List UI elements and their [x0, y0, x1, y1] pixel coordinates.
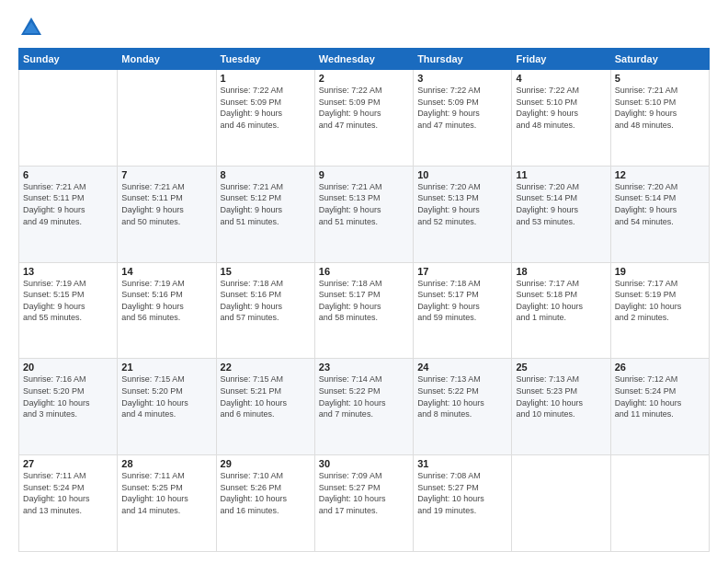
day-number: 29 — [221, 458, 311, 469]
column-header-saturday: Saturday — [610, 49, 709, 70]
day-info: Sunrise: 7:20 AM Sunset: 5:14 PM Dayligh… — [516, 181, 606, 227]
day-number: 21 — [121, 362, 211, 373]
calendar-cell: 7Sunrise: 7:21 AM Sunset: 5:11 PM Daylig… — [118, 166, 216, 262]
day-info: Sunrise: 7:18 AM Sunset: 5:17 PM Dayligh… — [417, 278, 507, 324]
day-info: Sunrise: 7:10 AM Sunset: 5:26 PM Dayligh… — [221, 470, 311, 516]
calendar-cell — [610, 455, 709, 552]
logo — [18, 15, 48, 40]
calendar-body: 1Sunrise: 7:22 AM Sunset: 5:09 PM Daylig… — [19, 70, 710, 552]
day-info: Sunrise: 7:15 AM Sunset: 5:20 PM Dayligh… — [121, 373, 211, 419]
day-number: 12 — [615, 169, 705, 180]
calendar-cell: 31Sunrise: 7:08 AM Sunset: 5:27 PM Dayli… — [414, 455, 512, 552]
day-info: Sunrise: 7:21 AM Sunset: 5:12 PM Dayligh… — [221, 181, 311, 227]
calendar-cell: 14Sunrise: 7:19 AM Sunset: 5:16 PM Dayli… — [118, 262, 216, 359]
calendar-cell: 4Sunrise: 7:22 AM Sunset: 5:10 PM Daylig… — [512, 70, 610, 167]
day-number: 1 — [221, 73, 311, 84]
day-number: 28 — [121, 458, 211, 469]
column-header-tuesday: Tuesday — [216, 49, 314, 70]
day-number: 4 — [516, 73, 606, 84]
calendar-cell: 16Sunrise: 7:18 AM Sunset: 5:17 PM Dayli… — [314, 262, 413, 359]
day-number: 8 — [221, 169, 311, 180]
logo-icon — [18, 15, 44, 40]
day-number: 10 — [417, 169, 507, 180]
day-info: Sunrise: 7:22 AM Sunset: 5:09 PM Dayligh… — [417, 85, 507, 131]
day-number: 17 — [417, 266, 507, 277]
day-info: Sunrise: 7:21 AM Sunset: 5:11 PM Dayligh… — [23, 181, 113, 227]
day-info: Sunrise: 7:21 AM Sunset: 5:10 PM Dayligh… — [615, 85, 705, 131]
week-row-1: 1Sunrise: 7:22 AM Sunset: 5:09 PM Daylig… — [19, 70, 710, 167]
calendar-cell: 2Sunrise: 7:22 AM Sunset: 5:09 PM Daylig… — [314, 70, 413, 167]
calendar-cell: 25Sunrise: 7:13 AM Sunset: 5:23 PM Dayli… — [512, 359, 610, 455]
week-row-4: 20Sunrise: 7:16 AM Sunset: 5:20 PM Dayli… — [19, 359, 710, 455]
calendar-cell: 21Sunrise: 7:15 AM Sunset: 5:20 PM Dayli… — [118, 359, 216, 455]
day-number: 31 — [417, 458, 507, 469]
day-number: 15 — [221, 266, 311, 277]
calendar-cell: 3Sunrise: 7:22 AM Sunset: 5:09 PM Daylig… — [414, 70, 512, 167]
week-row-5: 27Sunrise: 7:11 AM Sunset: 5:24 PM Dayli… — [19, 455, 710, 552]
calendar-cell: 13Sunrise: 7:19 AM Sunset: 5:15 PM Dayli… — [19, 262, 118, 359]
calendar-cell: 28Sunrise: 7:11 AM Sunset: 5:25 PM Dayli… — [118, 455, 216, 552]
day-info: Sunrise: 7:20 AM Sunset: 5:14 PM Dayligh… — [615, 181, 705, 227]
day-number: 11 — [516, 169, 606, 180]
page: SundayMondayTuesdayWednesdayThursdayFrid… — [0, 0, 728, 563]
day-number: 26 — [615, 362, 705, 373]
calendar-cell: 10Sunrise: 7:20 AM Sunset: 5:13 PM Dayli… — [414, 166, 512, 262]
day-number: 24 — [417, 362, 507, 373]
day-info: Sunrise: 7:13 AM Sunset: 5:22 PM Dayligh… — [417, 373, 507, 419]
day-info: Sunrise: 7:09 AM Sunset: 5:27 PM Dayligh… — [319, 470, 409, 516]
calendar-cell: 27Sunrise: 7:11 AM Sunset: 5:24 PM Dayli… — [19, 455, 118, 552]
day-number: 6 — [23, 169, 113, 180]
day-info: Sunrise: 7:16 AM Sunset: 5:20 PM Dayligh… — [23, 373, 113, 419]
calendar-cell: 18Sunrise: 7:17 AM Sunset: 5:18 PM Dayli… — [512, 262, 610, 359]
column-header-friday: Friday — [512, 49, 610, 70]
day-info: Sunrise: 7:18 AM Sunset: 5:16 PM Dayligh… — [221, 278, 311, 324]
day-number: 30 — [319, 458, 409, 469]
column-header-monday: Monday — [118, 49, 216, 70]
day-info: Sunrise: 7:17 AM Sunset: 5:19 PM Dayligh… — [615, 278, 705, 324]
day-number: 5 — [615, 73, 705, 84]
day-number: 23 — [319, 362, 409, 373]
header — [18, 15, 710, 40]
header-row: SundayMondayTuesdayWednesdayThursdayFrid… — [19, 49, 710, 70]
day-number: 20 — [23, 362, 113, 373]
day-info: Sunrise: 7:21 AM Sunset: 5:13 PM Dayligh… — [319, 181, 409, 227]
day-number: 2 — [319, 73, 409, 84]
day-info: Sunrise: 7:14 AM Sunset: 5:22 PM Dayligh… — [319, 373, 409, 419]
week-row-2: 6Sunrise: 7:21 AM Sunset: 5:11 PM Daylig… — [19, 166, 710, 262]
day-number: 25 — [516, 362, 606, 373]
day-info: Sunrise: 7:12 AM Sunset: 5:24 PM Dayligh… — [615, 373, 705, 419]
day-number: 18 — [516, 266, 606, 277]
calendar-cell: 29Sunrise: 7:10 AM Sunset: 5:26 PM Dayli… — [216, 455, 314, 552]
day-number: 19 — [615, 266, 705, 277]
day-number: 7 — [121, 169, 211, 180]
day-number: 13 — [23, 266, 113, 277]
day-info: Sunrise: 7:11 AM Sunset: 5:25 PM Dayligh… — [121, 470, 211, 516]
calendar-cell: 17Sunrise: 7:18 AM Sunset: 5:17 PM Dayli… — [414, 262, 512, 359]
day-info: Sunrise: 7:21 AM Sunset: 5:11 PM Dayligh… — [121, 181, 211, 227]
day-info: Sunrise: 7:22 AM Sunset: 5:10 PM Dayligh… — [516, 85, 606, 131]
week-row-3: 13Sunrise: 7:19 AM Sunset: 5:15 PM Dayli… — [19, 262, 710, 359]
day-info: Sunrise: 7:13 AM Sunset: 5:23 PM Dayligh… — [516, 373, 606, 419]
day-number: 14 — [121, 266, 211, 277]
calendar-cell: 11Sunrise: 7:20 AM Sunset: 5:14 PM Dayli… — [512, 166, 610, 262]
calendar-cell: 26Sunrise: 7:12 AM Sunset: 5:24 PM Dayli… — [610, 359, 709, 455]
column-header-wednesday: Wednesday — [314, 49, 413, 70]
calendar-cell: 6Sunrise: 7:21 AM Sunset: 5:11 PM Daylig… — [19, 166, 118, 262]
day-info: Sunrise: 7:19 AM Sunset: 5:16 PM Dayligh… — [121, 278, 211, 324]
day-number: 16 — [319, 266, 409, 277]
day-number: 3 — [417, 73, 507, 84]
day-info: Sunrise: 7:15 AM Sunset: 5:21 PM Dayligh… — [221, 373, 311, 419]
day-info: Sunrise: 7:22 AM Sunset: 5:09 PM Dayligh… — [319, 85, 409, 131]
calendar-cell: 8Sunrise: 7:21 AM Sunset: 5:12 PM Daylig… — [216, 166, 314, 262]
calendar-cell: 5Sunrise: 7:21 AM Sunset: 5:10 PM Daylig… — [610, 70, 709, 167]
day-info: Sunrise: 7:18 AM Sunset: 5:17 PM Dayligh… — [319, 278, 409, 324]
calendar-cell: 19Sunrise: 7:17 AM Sunset: 5:19 PM Dayli… — [610, 262, 709, 359]
calendar-cell: 12Sunrise: 7:20 AM Sunset: 5:14 PM Dayli… — [610, 166, 709, 262]
calendar-cell — [118, 70, 216, 167]
calendar-cell: 9Sunrise: 7:21 AM Sunset: 5:13 PM Daylig… — [314, 166, 413, 262]
column-header-sunday: Sunday — [19, 49, 118, 70]
day-info: Sunrise: 7:11 AM Sunset: 5:24 PM Dayligh… — [23, 470, 113, 516]
calendar-cell: 20Sunrise: 7:16 AM Sunset: 5:20 PM Dayli… — [19, 359, 118, 455]
calendar-cell: 24Sunrise: 7:13 AM Sunset: 5:22 PM Dayli… — [414, 359, 512, 455]
day-info: Sunrise: 7:19 AM Sunset: 5:15 PM Dayligh… — [23, 278, 113, 324]
